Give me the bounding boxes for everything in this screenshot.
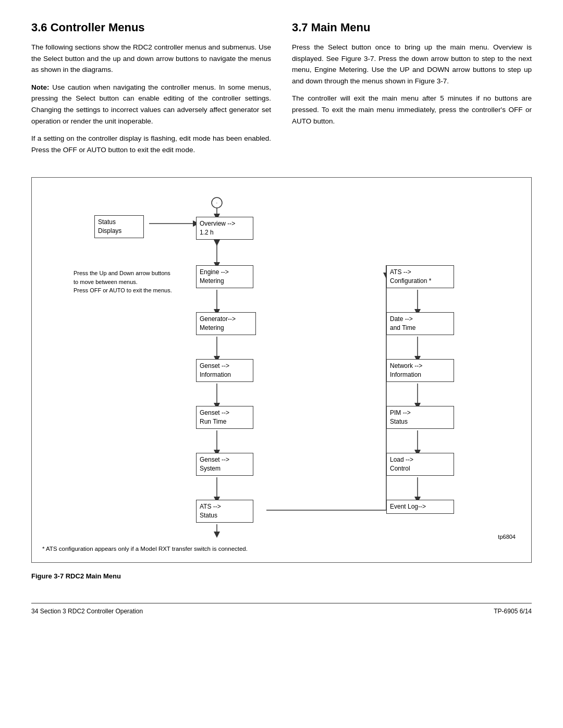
footer-left: 34 Section 3 RDC2 Controller Operation <box>31 608 143 615</box>
heading-36: 3.6 Controller Menus <box>31 21 271 34</box>
date-time-box: Date -->and Time <box>386 312 454 335</box>
section36-note: Note: Use caution when navigating the co… <box>31 82 271 127</box>
left-note: Press the Up and Down arrow buttons to m… <box>74 269 172 295</box>
diagram-container: · <box>31 177 532 563</box>
section37-para2: The controller will exit the main menu a… <box>292 93 532 127</box>
diagram-inner: · <box>42 188 521 542</box>
generator-box: Generator-->Metering <box>196 312 256 335</box>
section-36: 3.6 Controller Menus The following secti… <box>31 21 271 162</box>
section-37: 3.7 Main Menu Press the Select button on… <box>292 21 532 162</box>
section36-para1: The following sections show the RDC2 con… <box>31 42 271 76</box>
tp-label: tp6804 <box>498 534 516 540</box>
figure-caption: Figure 3-7 RDC2 Main Menu <box>31 571 532 582</box>
svg-text:·: · <box>216 200 218 206</box>
section37-para1: Press the Select button once to bring up… <box>292 42 532 87</box>
note-label: Note: <box>31 83 50 91</box>
heading-37: 3.7 Main Menu <box>292 21 532 34</box>
footer-right: TP-6905 6/14 <box>494 608 532 615</box>
ats-config-box: ATS -->Configuration * <box>386 265 454 288</box>
overview-box: Overview -->1.2 h <box>196 217 253 240</box>
footer-bar: 34 Section 3 RDC2 Controller Operation T… <box>31 603 532 615</box>
engine-box: Engine -->Metering <box>196 265 253 288</box>
columns: 3.6 Controller Menus The following secti… <box>31 21 532 162</box>
network-info-box: Network -->Information <box>386 359 454 382</box>
diagram-footnote: * ATS configuration appears only if a Mo… <box>42 546 521 552</box>
genset-system-box: Genset -->System <box>196 453 253 476</box>
pim-status-box: PIM -->Status <box>386 406 454 429</box>
genset-info-box: Genset -->Information <box>196 359 253 382</box>
ats-status-box: ATS -->Status <box>196 500 253 523</box>
note-text: Use caution when navigating the controll… <box>31 83 271 125</box>
genset-runtime-box: Genset -->Run Time <box>196 406 253 429</box>
svg-point-0 <box>212 198 222 208</box>
page-content: 3.6 Controller Menus The following secti… <box>31 21 532 615</box>
status-displays-box: StatusDisplays <box>94 215 144 238</box>
event-log-box: Event Log--> <box>386 500 454 514</box>
load-control-box: Load -->Control <box>386 453 454 476</box>
section36-para2: If a setting on the controller display i… <box>31 133 271 155</box>
